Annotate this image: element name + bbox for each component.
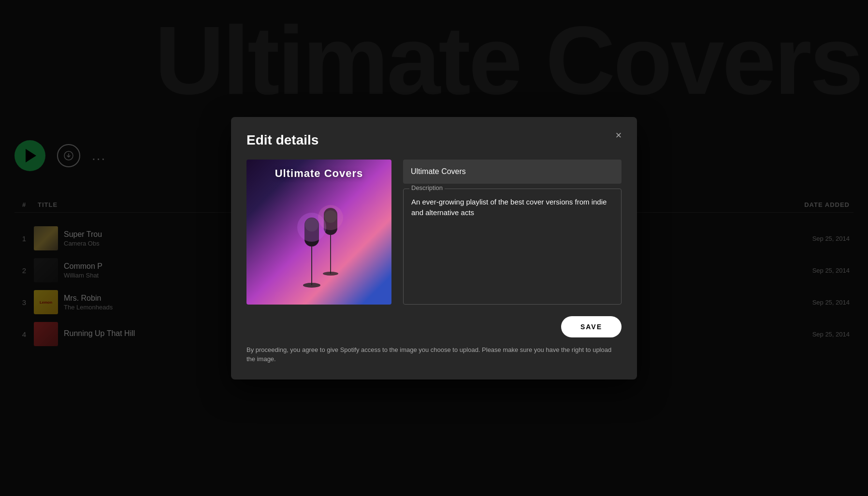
album-art-preview: Ultimate Covers	[246, 160, 391, 305]
svg-rect-6	[330, 235, 331, 274]
edit-details-modal: Edit details × Ultimate Covers	[231, 117, 637, 379]
modal-footer: SAVE By proceeding, you agree to give Sp…	[246, 316, 622, 364]
microphone-illustration	[271, 198, 367, 305]
description-label: Description	[409, 184, 445, 191]
svg-point-7	[303, 283, 320, 288]
svg-rect-5	[311, 247, 312, 285]
modal-close-button[interactable]: ×	[610, 127, 627, 144]
description-textarea[interactable]: An ever-growing playlist of the best cov…	[404, 189, 621, 286]
album-art-upload[interactable]: Ultimate Covers	[246, 160, 391, 305]
svg-point-8	[323, 272, 338, 276]
save-button[interactable]: SAVE	[561, 316, 622, 337]
svg-point-10	[318, 205, 343, 230]
modal-overlay[interactable]: Edit details × Ultimate Covers	[0, 0, 868, 496]
modal-body: Ultimate Covers	[246, 160, 622, 305]
album-art-label: Ultimate Covers	[246, 167, 391, 180]
description-container: Description An ever-growing playlist of …	[403, 189, 622, 305]
playlist-name-input[interactable]	[403, 160, 622, 184]
modal-title: Edit details	[246, 132, 622, 148]
modal-fields: Description An ever-growing playlist of …	[403, 160, 622, 305]
disclaimer-text: By proceeding, you agree to give Spotify…	[246, 345, 622, 364]
